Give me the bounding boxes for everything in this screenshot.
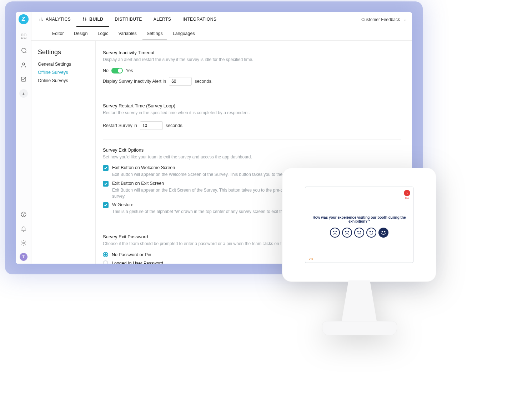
user-icon[interactable] <box>20 61 27 69</box>
face-neutral[interactable] <box>354 228 364 238</box>
add-button[interactable]: + <box>19 89 28 98</box>
svg-point-10 <box>85 19 86 20</box>
nav-label: INTEGRATIONS <box>182 17 216 22</box>
svg-point-9 <box>83 17 84 18</box>
bell-icon[interactable] <box>20 225 27 233</box>
section-desc: Display an alert and restart the survey … <box>103 57 401 63</box>
svg-point-12 <box>348 231 348 232</box>
svg-point-17 <box>382 231 382 232</box>
chat-icon[interactable] <box>20 47 27 55</box>
svg-rect-1 <box>24 34 26 36</box>
nav-build[interactable]: BUILD <box>76 12 109 27</box>
radio-icon[interactable] <box>103 260 108 264</box>
section-title: Survey Restart Time (Survey Loop) <box>103 103 401 108</box>
radio-label: No Password or Pin <box>112 252 151 257</box>
checkbox-icon[interactable] <box>103 181 109 187</box>
svg-point-14 <box>360 231 361 232</box>
section-desc: Set how you'd like your team to exit the… <box>103 154 401 160</box>
tab-variables[interactable]: Variables <box>114 27 141 40</box>
avatar[interactable]: T <box>20 253 27 261</box>
survey-picker[interactable]: Customer Feedback ⌄ <box>361 17 408 22</box>
nav-label: ANALYTICS <box>46 17 71 22</box>
sub-nav: Editor Design Logic Variables Settings L… <box>31 27 412 41</box>
nav-integrations[interactable]: INTEGRATIONS <box>177 12 222 27</box>
svg-point-18 <box>384 231 385 232</box>
toggle-yes-label: Yes <box>126 68 133 73</box>
restart-pre-text: Restart Survey in <box>103 123 137 128</box>
svg-rect-2 <box>21 37 23 39</box>
radio-label: Logged In User Password <box>112 261 163 264</box>
exit-label: Exit <box>405 197 409 199</box>
svg-point-8 <box>22 242 24 244</box>
kiosk-base <box>322 321 397 335</box>
kiosk-device: › Exit How was your experience visiting … <box>282 168 436 360</box>
tasks-icon[interactable] <box>20 75 27 83</box>
svg-point-11 <box>346 231 346 232</box>
nav-alerts[interactable]: ALERTS <box>148 12 177 27</box>
rail-bottom: T <box>20 207 27 264</box>
survey-picker-label: Customer Feedback <box>361 17 400 22</box>
radio-icon[interactable] <box>103 252 108 257</box>
tab-settings[interactable]: Settings <box>142 27 167 40</box>
chevron-down-icon: ⌄ <box>403 17 406 21</box>
check-label: W Gesture <box>112 202 134 207</box>
left-rail: Z + T <box>16 12 31 264</box>
restart-seconds-input[interactable] <box>140 121 163 130</box>
exit-icon: › <box>404 190 410 196</box>
section-title: Survey Exit Options <box>103 147 401 153</box>
checkbox-icon[interactable] <box>103 202 109 208</box>
section-title: Survey Inactivity Timeout <box>103 50 401 55</box>
inactivity-post-text: seconds. <box>195 79 212 84</box>
sidebar-item-general[interactable]: General Settings <box>38 62 95 67</box>
check-label: Exit Button on Exit Screen <box>112 181 164 186</box>
section-inactivity: Survey Inactivity Timeout Display an ale… <box>103 49 401 95</box>
tab-languages[interactable]: Languages <box>169 27 199 40</box>
nav-label: DISTRIBUTE <box>115 17 142 22</box>
restart-post-text: seconds. <box>166 123 184 128</box>
face-happy[interactable] <box>366 228 376 238</box>
nav-label: BUILD <box>89 17 103 22</box>
help-icon[interactable] <box>20 210 27 218</box>
kiosk-question: How was your experience visiting our boo… <box>309 215 410 223</box>
inactivity-toggle[interactable] <box>111 68 123 73</box>
sidebar-item-online[interactable]: Online Surveys <box>38 78 95 83</box>
kiosk-bezel: › Exit How was your experience visiting … <box>282 168 436 282</box>
section-restart: Survey Restart Time (Survey Loop) Restar… <box>103 95 401 139</box>
toggle-no-label: No <box>103 68 109 73</box>
face-very-happy[interactable] <box>378 228 388 238</box>
svg-rect-3 <box>24 37 26 39</box>
kiosk-faces <box>309 228 410 238</box>
settings-sidebar: Settings General Settings Offline Survey… <box>31 41 96 264</box>
nav-label: ALERTS <box>154 17 171 22</box>
nav-analytics[interactable]: ANALYTICS <box>33 12 76 27</box>
svg-rect-0 <box>21 34 23 36</box>
checkbox-icon[interactable] <box>103 165 109 171</box>
tab-editor[interactable]: Editor <box>48 27 68 40</box>
check-label: Exit Button on Welcome Screen <box>112 165 175 170</box>
svg-point-16 <box>372 231 373 232</box>
tab-design[interactable]: Design <box>70 27 92 40</box>
kiosk-exit-button[interactable]: › Exit <box>404 190 410 199</box>
face-unhappy[interactable] <box>342 228 352 238</box>
sidebar-item-offline[interactable]: Offline Surveys <box>38 70 95 75</box>
svg-point-13 <box>358 231 358 232</box>
inactivity-seconds-input[interactable] <box>169 77 192 86</box>
kiosk-screen: › Exit How was your experience visiting … <box>305 187 413 263</box>
svg-point-15 <box>370 231 371 232</box>
inactivity-pre-text: Display Survey Inactivity Alert in <box>103 79 166 84</box>
kiosk-progress: 0% <box>309 257 313 260</box>
nav-distribute[interactable]: DISTRIBUTE <box>109 12 147 27</box>
face-very-unhappy[interactable] <box>330 228 340 238</box>
kiosk-neck <box>341 280 377 323</box>
section-desc: Restart the survey in the specified time… <box>103 110 401 116</box>
top-nav: ANALYTICS BUILD DISTRIBUTE ALERTS INTEGR… <box>31 12 412 27</box>
sidebar-title: Settings <box>38 49 95 56</box>
brand-logo[interactable]: Z <box>19 14 29 24</box>
svg-rect-5 <box>21 77 26 81</box>
gear-icon[interactable] <box>20 239 27 247</box>
svg-point-4 <box>22 63 25 65</box>
dashboard-icon[interactable] <box>20 32 27 40</box>
tab-logic[interactable]: Logic <box>94 27 113 40</box>
svg-point-7 <box>23 215 24 216</box>
